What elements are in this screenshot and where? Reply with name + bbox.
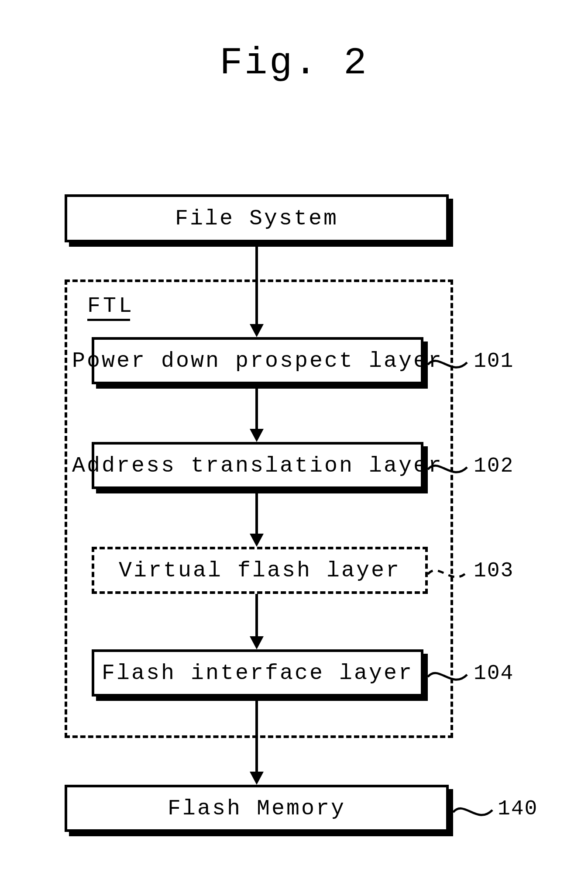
address-translation-block: Address translation layer (92, 442, 423, 489)
diagram-canvas: Fig. 2 File System FTL Power down prospe… (0, 0, 588, 876)
ref-140: 140 (498, 797, 538, 821)
flash-memory-block: Flash Memory (65, 785, 449, 832)
power-down-label: Power down prospect layer (72, 348, 443, 373)
address-translation-label: Address translation layer (72, 453, 443, 478)
ref-101: 101 (474, 349, 514, 373)
ref-103: 103 (474, 559, 514, 583)
arrow-5-stem (255, 699, 258, 773)
figure-title: Fig. 2 (0, 41, 588, 85)
arrow-3-head (250, 534, 264, 547)
ftl-underline (87, 319, 130, 321)
arrow-2-head (250, 429, 264, 442)
arrow-5-head (250, 772, 264, 785)
virtual-flash-label: Virtual flash layer (119, 558, 401, 583)
flash-interface-label: Flash interface layer (102, 661, 413, 686)
ref-102: 102 (474, 454, 514, 478)
ftl-label: FTL (87, 293, 134, 318)
arrow-2-stem (255, 386, 258, 430)
file-system-label: File System (175, 206, 338, 231)
arrow-4-stem (255, 594, 258, 638)
arrow-4-head (250, 636, 264, 649)
ref-104: 104 (474, 662, 514, 685)
file-system-block: File System (65, 194, 449, 242)
flash-memory-label: Flash Memory (168, 796, 346, 821)
power-down-block: Power down prospect layer (92, 337, 423, 384)
virtual-flash-block: Virtual flash layer (92, 547, 428, 594)
flash-interface-block: Flash interface layer (92, 649, 423, 697)
arrow-3-stem (255, 491, 258, 535)
